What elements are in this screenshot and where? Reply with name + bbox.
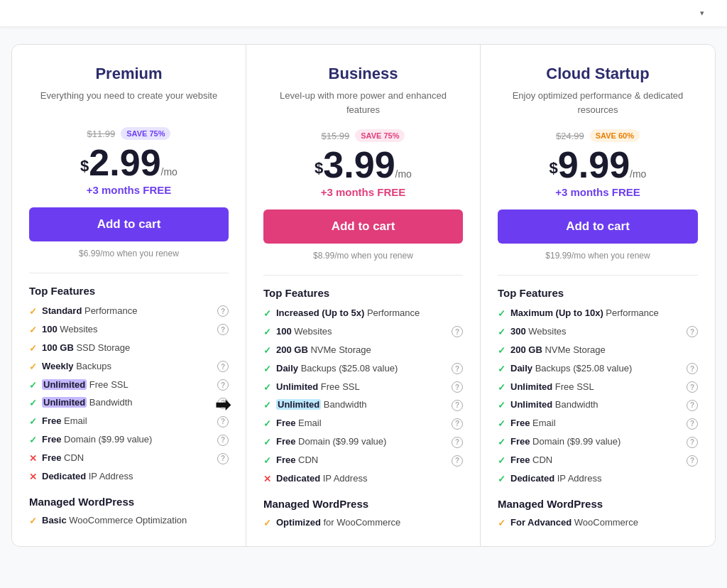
check-green-icon: ✓	[498, 327, 505, 337]
managed-wp-title: Managed WordPress	[263, 498, 463, 510]
info-icon[interactable]: ?	[217, 416, 229, 428]
nav-hosting[interactable]: ▾	[697, 9, 704, 18]
price-amount: 2.99	[89, 142, 160, 183]
plans-grid: Premium Everything you need to create yo…	[11, 44, 716, 547]
feature-left: ✓ Dedicated IP Address	[498, 473, 698, 485]
plan-name: Cloud Startup	[498, 65, 698, 83]
plan-name: Business	[263, 65, 463, 83]
feature-text: Daily Backups ($25.08 value)	[510, 363, 632, 375]
feature-text: Free CDN	[276, 454, 318, 467]
info-icon[interactable]: ?	[687, 455, 698, 467]
info-icon[interactable]: ?	[452, 326, 463, 337]
info-icon[interactable]: ?	[452, 437, 463, 448]
feature-text: Dedicated IP Address	[510, 473, 601, 485]
info-icon[interactable]: ?	[217, 324, 229, 335]
check-green-icon: ✓	[29, 435, 37, 445]
feature-left: ✓ Unlimited Bandwidth	[263, 399, 452, 411]
feature-left: ✓ Increased (Up to 5x) Performance	[263, 307, 463, 320]
price-dollar: $	[315, 159, 323, 177]
check-green-icon: ✓	[29, 398, 37, 408]
check-yellow-icon: ✓	[263, 518, 271, 528]
managed-wp-text: Optimized for WooCommerce	[276, 517, 400, 529]
info-icon[interactable]: ?	[687, 400, 698, 411]
managed-wp-title: Managed WordPress	[29, 496, 229, 508]
months-free: +3 months FREE	[263, 186, 463, 198]
divider	[263, 275, 463, 276]
info-icon[interactable]: ?	[452, 400, 463, 411]
feature-item: ✕ Dedicated IP Address	[263, 473, 463, 485]
top-features-title: Top Features	[29, 285, 229, 297]
feature-list: ✓ Increased (Up to 5x) Performance ✓ 100…	[263, 307, 463, 485]
feature-text: Dedicated IP Address	[276, 473, 367, 485]
plan-desc: Enjoy optimized performance & dedicated …	[498, 89, 698, 116]
arrow-indicator: ➡	[215, 394, 231, 416]
feature-left: ✕ Dedicated IP Address	[263, 473, 463, 485]
feature-left: ✓ Unlimited Free SSL	[498, 381, 687, 393]
info-icon[interactable]: ?	[217, 305, 229, 317]
add-to-cart-button[interactable]: Add to cart	[498, 209, 698, 244]
info-icon[interactable]: ?	[217, 453, 229, 464]
feature-left: ✓ 100 GB SSD Storage	[29, 342, 229, 354]
feature-text: Unlimited Free SSL	[510, 381, 594, 393]
feature-item: ✓ Free Domain ($9.99 value) ?	[29, 434, 229, 446]
check-green-icon: ✓	[263, 327, 271, 337]
feature-list: ✓ Standard Performance ? ✓ 100 Websites …	[29, 305, 229, 483]
check-green-icon: ✓	[263, 382, 271, 393]
feature-left: ✓ Maximum (Up to 10x) Performance	[498, 307, 698, 320]
feature-item: ✓ Free Email ?	[29, 415, 229, 428]
info-icon[interactable]: ?	[452, 418, 463, 430]
info-icon[interactable]: ?	[687, 418, 698, 430]
feature-item: ✓ Free Email ?	[263, 418, 463, 430]
plan-desc: Level-up with more power and enhanced fe…	[263, 89, 463, 116]
feature-left: ✓ Free Email	[29, 415, 217, 428]
info-icon[interactable]: ?	[452, 363, 463, 374]
info-icon[interactable]: ?	[687, 326, 698, 337]
info-icon[interactable]: ?	[217, 379, 229, 391]
feature-text: Free Domain ($9.99 value)	[42, 434, 152, 446]
info-icon[interactable]: ?	[217, 435, 229, 446]
plan-card-business: Business Level-up with more power and en…	[246, 45, 481, 546]
feature-item: ✓ 200 GB NVMe Storage	[498, 344, 698, 356]
price-per: /mo	[161, 166, 177, 178]
feature-left: ✓ Free Email	[498, 418, 687, 430]
add-to-cart-button[interactable]: Add to cart	[263, 209, 463, 244]
check-yellow-icon: ✓	[29, 306, 37, 317]
feature-item: ✕ Dedicated IP Address	[29, 471, 229, 483]
top-features-title: Top Features	[498, 287, 698, 299]
feature-left: ✓ Free Domain ($9.99 value)	[29, 434, 217, 446]
feature-left: ✓ Free Domain ($9.99 value)	[263, 436, 452, 448]
check-green-icon: ✓	[498, 345, 505, 356]
check-green-icon: ✓	[29, 416, 37, 427]
pricing-section: Premium Everything you need to create yo…	[0, 27, 727, 570]
feature-item: ✓ Daily Backups ($25.08 value) ?	[263, 363, 463, 375]
info-icon[interactable]: ?	[452, 455, 463, 467]
info-icon[interactable]: ?	[687, 381, 698, 393]
renew-price: $6.99/mo when you renew	[29, 249, 229, 258]
managed-wp-left: ✓ For Advanced WooCommerce	[498, 517, 698, 529]
feature-left: ✓ 200 GB NVMe Storage	[498, 344, 698, 356]
feature-left: ✓ Weekly Backups	[29, 361, 217, 373]
feature-left: ✓ Daily Backups ($25.08 value)	[498, 363, 687, 375]
price-main: $9.99/mo	[498, 146, 698, 183]
check-yellow-icon: ✓	[498, 518, 505, 528]
feature-text: Free CDN	[510, 454, 552, 467]
feature-text: 300 Websites	[510, 326, 567, 338]
feature-item: ✓ Unlimited Free SSL ?	[498, 381, 698, 393]
info-icon[interactable]: ?	[217, 361, 229, 372]
chevron-down-icon: ▾	[700, 9, 704, 18]
x-red-icon: ✕	[263, 474, 271, 484]
plan-desc: Everything you need to create your websi…	[29, 89, 229, 114]
feature-text: Daily Backups ($25.08 value)	[276, 363, 398, 375]
renew-price: $8.99/mo when you renew	[263, 251, 463, 261]
x-red-icon: ✕	[29, 472, 37, 482]
info-icon[interactable]: ?	[687, 437, 698, 448]
plan-name: Premium	[29, 65, 229, 83]
info-icon[interactable]: ?	[452, 381, 463, 393]
feature-list: ✓ Maximum (Up to 10x) Performance ✓ 300 …	[498, 307, 698, 485]
feature-text: Unlimited Bandwidth	[42, 397, 133, 409]
pricing-row: $15.99 SAVE 75%	[263, 129, 463, 142]
feature-text: Increased (Up to 5x) Performance	[276, 307, 420, 320]
add-to-cart-button[interactable]: Add to cart	[29, 207, 229, 241]
feature-item: ✓ Unlimited Bandwidth ?	[29, 397, 229, 409]
info-icon[interactable]: ?	[687, 363, 698, 374]
